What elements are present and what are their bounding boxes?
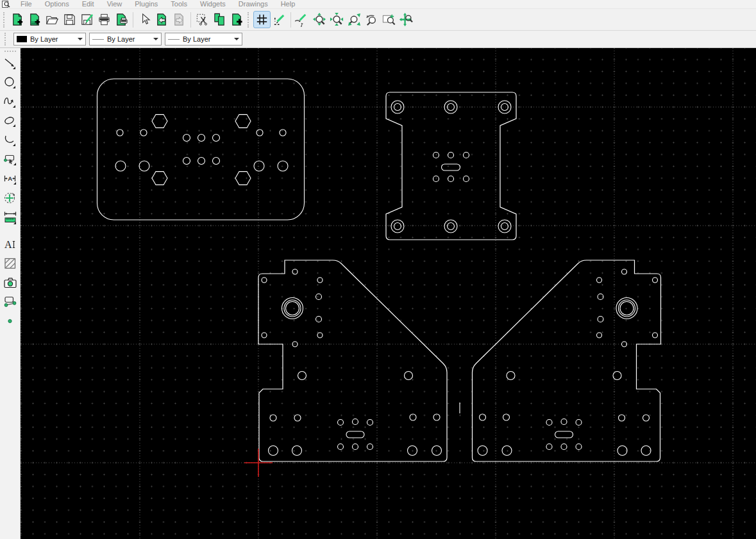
main-toolbar xyxy=(0,9,756,31)
zoom-previous-button[interactable] xyxy=(363,11,380,28)
paste-icon xyxy=(230,12,244,27)
menu-edit[interactable]: Edit xyxy=(76,0,101,8)
drawing-canvas[interactable] xyxy=(21,48,756,539)
grid-toggle-button[interactable] xyxy=(253,11,271,28)
menu-file[interactable]: File xyxy=(14,0,38,8)
save-button[interactable] xyxy=(61,11,78,28)
plate-plateA xyxy=(97,79,305,220)
window-icon xyxy=(2,1,10,8)
cursor-icon xyxy=(137,12,152,27)
toolbar-handle[interactable] xyxy=(4,33,8,46)
menu-view[interactable]: View xyxy=(101,0,129,8)
zoom-out-icon xyxy=(330,12,344,27)
redraw-icon xyxy=(295,12,310,27)
new-from-template-button[interactable] xyxy=(26,11,44,28)
svg-text:A: A xyxy=(4,238,12,249)
save-floppy-icon xyxy=(62,12,77,27)
hatch-tool-button[interactable] xyxy=(1,254,19,272)
dimension-icon: A xyxy=(3,171,18,187)
toolbar-separator xyxy=(133,12,133,28)
print-preview-icon xyxy=(114,12,129,27)
dimension-tool-button[interactable]: A xyxy=(1,170,19,187)
chevron-down-icon xyxy=(78,38,83,43)
zoom-window-button[interactable] xyxy=(380,11,398,28)
draft-mode-button[interactable] xyxy=(271,11,288,28)
undo-button[interactable] xyxy=(153,11,171,28)
redraw-button[interactable] xyxy=(294,11,311,28)
arc-tool-button[interactable] xyxy=(1,131,19,149)
menu-widgets[interactable]: Widgets xyxy=(194,0,232,8)
menu-tools[interactable]: Tools xyxy=(164,0,194,8)
paste-button[interactable] xyxy=(228,11,246,28)
open-button[interactable] xyxy=(44,11,61,28)
select-cursor-button[interactable] xyxy=(136,11,153,28)
zoom-previous-icon xyxy=(364,12,379,27)
copy-button[interactable] xyxy=(211,11,228,28)
zoom-auto-icon xyxy=(347,12,362,27)
pen-color-select[interactable]: By Layer xyxy=(13,33,86,46)
pen-width-select[interactable]: By Layer xyxy=(89,33,162,46)
document-new-icon xyxy=(10,12,25,27)
svg-text:A: A xyxy=(8,174,12,181)
chevron-down-icon xyxy=(234,38,239,43)
print-preview-button[interactable] xyxy=(113,11,130,28)
menu-options[interactable]: Options xyxy=(38,0,76,8)
line-icon xyxy=(3,56,18,71)
pen-toolbar: By Layer By Layer By Layer xyxy=(0,31,756,48)
menu-bar: File Options Edit View Plugins Tools Wid… xyxy=(0,0,756,9)
point-icon xyxy=(3,313,18,329)
menu-plugins[interactable]: Plugins xyxy=(128,0,164,8)
new-drawing-button[interactable] xyxy=(9,11,26,28)
redo-button[interactable] xyxy=(171,11,188,28)
color-swatch-black xyxy=(17,36,27,42)
redo-icon xyxy=(172,12,187,27)
print-button[interactable] xyxy=(96,11,113,28)
circle-tool-button[interactable] xyxy=(1,74,19,91)
ellipse-icon xyxy=(3,113,18,129)
pen-linetype-value: By Layer xyxy=(183,35,210,43)
linetype-sample-line xyxy=(168,39,180,40)
block-icon xyxy=(3,294,18,310)
plate-plateC xyxy=(473,260,661,461)
text-tool-button[interactable]: A xyxy=(1,235,19,253)
block-tool-button[interactable] xyxy=(1,293,19,310)
zoom-in-button[interactable] xyxy=(311,11,328,28)
chevron-down-icon xyxy=(153,38,158,43)
cad-drawing xyxy=(21,48,756,539)
menu-drawings[interactable]: Drawings xyxy=(232,0,274,8)
zoom-auto-button[interactable] xyxy=(346,11,363,28)
arc-icon xyxy=(3,133,18,148)
undo-icon xyxy=(155,12,169,27)
cut-button[interactable] xyxy=(194,11,211,28)
ellipse-tool-button[interactable] xyxy=(1,112,19,129)
zoom-out-button[interactable] xyxy=(328,11,346,28)
pen-color-value: By Layer xyxy=(30,35,58,43)
zoom-pan-button[interactable] xyxy=(398,11,415,28)
pen-linetype-select[interactable]: By Layer xyxy=(165,33,242,46)
hatch-icon xyxy=(3,256,18,271)
measure-ruler-icon xyxy=(3,210,18,225)
pen-width-value: By Layer xyxy=(107,35,135,43)
point-tool-button[interactable] xyxy=(1,312,19,329)
print-icon xyxy=(97,12,112,27)
toolbar-handle[interactable] xyxy=(3,12,7,28)
plate-plateB xyxy=(386,92,516,240)
open-folder-icon xyxy=(45,12,60,27)
select-tool-button[interactable] xyxy=(1,151,19,168)
measure-tool-button[interactable] xyxy=(1,208,19,226)
toolbar-handle[interactable] xyxy=(248,12,251,28)
save-as-button[interactable] xyxy=(78,11,96,28)
zoom-window-icon xyxy=(382,12,396,27)
grid-icon xyxy=(255,12,269,27)
palette-handle[interactable] xyxy=(4,51,16,52)
select-icon xyxy=(3,152,18,167)
menu-help[interactable]: Help xyxy=(274,0,302,8)
spline-tool-button[interactable] xyxy=(1,93,19,110)
line-tool-button[interactable] xyxy=(1,54,19,72)
modify-tool-button[interactable] xyxy=(1,189,19,206)
image-tool-button[interactable] xyxy=(1,274,19,291)
toolbar-separator xyxy=(190,12,191,28)
spline-icon xyxy=(3,94,18,110)
save-as-icon xyxy=(80,12,94,27)
plate-plateC xyxy=(258,260,447,461)
